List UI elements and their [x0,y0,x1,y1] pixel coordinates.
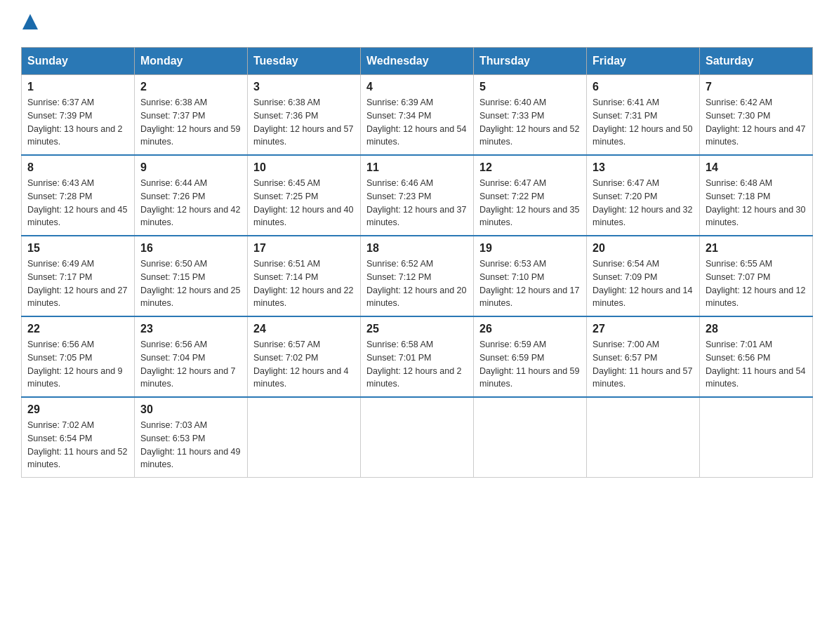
svg-marker-0 [22,14,38,29]
calendar-week-row: 1 Sunrise: 6:37 AMSunset: 7:39 PMDayligh… [22,75,813,156]
day-info: Sunrise: 6:45 AMSunset: 7:25 PMDaylight:… [253,177,355,229]
calendar-cell: 8 Sunrise: 6:43 AMSunset: 7:28 PMDayligh… [22,155,135,236]
day-info: Sunrise: 6:50 AMSunset: 7:15 PMDaylight:… [140,257,241,310]
day-info: Sunrise: 6:48 AMSunset: 7:18 PMDaylight:… [706,177,807,229]
calendar-header-sunday: Sunday [22,48,135,75]
calendar-cell: 4 Sunrise: 6:39 AMSunset: 7:34 PMDayligh… [361,75,474,156]
day-info: Sunrise: 6:56 AMSunset: 7:05 PMDaylight:… [27,338,128,391]
day-info: Sunrise: 6:59 AMSunset: 6:59 PMDaylight:… [479,338,581,391]
calendar-cell [700,397,813,478]
day-info: Sunrise: 6:41 AMSunset: 7:31 PMDaylight:… [593,96,694,149]
day-info: Sunrise: 6:47 AMSunset: 7:22 PMDaylight:… [479,177,581,229]
day-info: Sunrise: 6:52 AMSunset: 7:12 PMDaylight:… [366,257,468,310]
calendar-cell: 14 Sunrise: 6:48 AMSunset: 7:18 PMDaylig… [700,155,813,236]
calendar-cell: 29 Sunrise: 7:02 AMSunset: 6:54 PMDaylig… [22,397,135,478]
day-number: 17 [253,242,355,255]
day-info: Sunrise: 6:54 AMSunset: 7:09 PMDaylight:… [593,257,694,310]
calendar-header-friday: Friday [587,48,700,75]
day-number: 2 [140,81,241,93]
day-number: 15 [27,242,128,255]
day-info: Sunrise: 6:51 AMSunset: 7:14 PMDaylight:… [253,257,355,310]
calendar-cell: 10 Sunrise: 6:45 AMSunset: 7:25 PMDaylig… [248,155,361,236]
day-info: Sunrise: 6:39 AMSunset: 7:34 PMDaylight:… [366,96,468,149]
day-number: 10 [253,161,355,174]
day-info: Sunrise: 6:55 AMSunset: 7:07 PMDaylight:… [706,257,807,310]
calendar-week-row: 22 Sunrise: 6:56 AMSunset: 7:05 PMDaylig… [22,316,813,397]
day-number: 16 [140,242,241,255]
calendar-cell: 3 Sunrise: 6:38 AMSunset: 7:36 PMDayligh… [248,75,361,156]
day-number: 21 [706,242,807,255]
calendar-cell [587,397,700,478]
calendar-cell: 9 Sunrise: 6:44 AMSunset: 7:26 PMDayligh… [135,155,248,236]
day-number: 28 [706,323,807,335]
day-info: Sunrise: 6:43 AMSunset: 7:28 PMDaylight:… [27,177,128,229]
calendar-cell: 11 Sunrise: 6:46 AMSunset: 7:23 PMDaylig… [361,155,474,236]
day-number: 24 [253,323,355,335]
day-number: 29 [27,403,128,416]
calendar-cell: 17 Sunrise: 6:51 AMSunset: 7:14 PMDaylig… [248,236,361,316]
calendar-cell: 30 Sunrise: 7:03 AMSunset: 6:53 PMDaylig… [135,397,248,478]
day-info: Sunrise: 6:49 AMSunset: 7:17 PMDaylight:… [27,257,128,310]
calendar-header-thursday: Thursday [474,48,587,75]
day-info: Sunrise: 7:00 AMSunset: 6:57 PMDaylight:… [593,338,694,391]
day-number: 26 [479,323,581,335]
day-info: Sunrise: 6:37 AMSunset: 7:39 PMDaylight:… [27,96,128,149]
calendar-cell: 24 Sunrise: 6:57 AMSunset: 7:02 PMDaylig… [248,316,361,397]
page-header [21,14,813,33]
day-number: 9 [140,161,241,174]
calendar-header-tuesday: Tuesday [248,48,361,75]
day-number: 12 [479,161,581,174]
calendar-cell: 21 Sunrise: 6:55 AMSunset: 7:07 PMDaylig… [700,236,813,316]
day-info: Sunrise: 6:57 AMSunset: 7:02 PMDaylight:… [253,338,355,391]
day-info: Sunrise: 6:47 AMSunset: 7:20 PMDaylight:… [593,177,694,229]
calendar-cell: 18 Sunrise: 6:52 AMSunset: 7:12 PMDaylig… [361,236,474,316]
day-info: Sunrise: 7:01 AMSunset: 6:56 PMDaylight:… [706,338,807,391]
day-info: Sunrise: 6:56 AMSunset: 7:04 PMDaylight:… [140,338,241,391]
day-info: Sunrise: 6:38 AMSunset: 7:36 PMDaylight:… [253,96,355,149]
calendar-cell: 7 Sunrise: 6:42 AMSunset: 7:30 PMDayligh… [700,75,813,156]
day-number: 23 [140,323,241,335]
day-number: 27 [593,323,694,335]
day-info: Sunrise: 6:58 AMSunset: 7:01 PMDaylight:… [366,338,468,391]
day-number: 14 [706,161,807,174]
day-number: 4 [366,81,468,93]
day-number: 1 [27,81,128,93]
calendar-cell: 19 Sunrise: 6:53 AMSunset: 7:10 PMDaylig… [474,236,587,316]
logo-icon [21,14,38,29]
day-number: 7 [706,81,807,93]
calendar-cell: 13 Sunrise: 6:47 AMSunset: 7:20 PMDaylig… [587,155,700,236]
calendar-cell: 20 Sunrise: 6:54 AMSunset: 7:09 PMDaylig… [587,236,700,316]
day-number: 8 [27,161,128,174]
day-number: 6 [593,81,694,93]
day-info: Sunrise: 6:46 AMSunset: 7:23 PMDaylight:… [366,177,468,229]
calendar-cell [248,397,361,478]
calendar-cell: 12 Sunrise: 6:47 AMSunset: 7:22 PMDaylig… [474,155,587,236]
calendar-cell: 1 Sunrise: 6:37 AMSunset: 7:39 PMDayligh… [22,75,135,156]
calendar-week-row: 29 Sunrise: 7:02 AMSunset: 6:54 PMDaylig… [22,397,813,478]
day-number: 19 [479,242,581,255]
calendar-header-wednesday: Wednesday [361,48,474,75]
day-info: Sunrise: 6:44 AMSunset: 7:26 PMDaylight:… [140,177,241,229]
day-number: 22 [27,323,128,335]
calendar-cell: 15 Sunrise: 6:49 AMSunset: 7:17 PMDaylig… [22,236,135,316]
day-number: 20 [593,242,694,255]
calendar-cell: 27 Sunrise: 7:00 AMSunset: 6:57 PMDaylig… [587,316,700,397]
day-info: Sunrise: 7:03 AMSunset: 6:53 PMDaylight:… [140,419,241,471]
calendar-cell: 5 Sunrise: 6:40 AMSunset: 7:33 PMDayligh… [474,75,587,156]
day-number: 13 [593,161,694,174]
day-number: 18 [366,242,468,255]
calendar-cell: 2 Sunrise: 6:38 AMSunset: 7:37 PMDayligh… [135,75,248,156]
day-info: Sunrise: 7:02 AMSunset: 6:54 PMDaylight:… [27,419,128,471]
calendar-cell [474,397,587,478]
calendar-cell: 22 Sunrise: 6:56 AMSunset: 7:05 PMDaylig… [22,316,135,397]
calendar-table: SundayMondayTuesdayWednesdayThursdayFrid… [21,47,813,478]
calendar-cell: 23 Sunrise: 6:56 AMSunset: 7:04 PMDaylig… [135,316,248,397]
calendar-week-row: 15 Sunrise: 6:49 AMSunset: 7:17 PMDaylig… [22,236,813,316]
day-info: Sunrise: 6:38 AMSunset: 7:37 PMDaylight:… [140,96,241,149]
calendar-cell: 28 Sunrise: 7:01 AMSunset: 6:56 PMDaylig… [700,316,813,397]
calendar-cell: 6 Sunrise: 6:41 AMSunset: 7:31 PMDayligh… [587,75,700,156]
day-info: Sunrise: 6:40 AMSunset: 7:33 PMDaylight:… [479,96,581,149]
calendar-cell: 16 Sunrise: 6:50 AMSunset: 7:15 PMDaylig… [135,236,248,316]
day-number: 5 [479,81,581,93]
day-info: Sunrise: 6:42 AMSunset: 7:30 PMDaylight:… [706,96,807,149]
